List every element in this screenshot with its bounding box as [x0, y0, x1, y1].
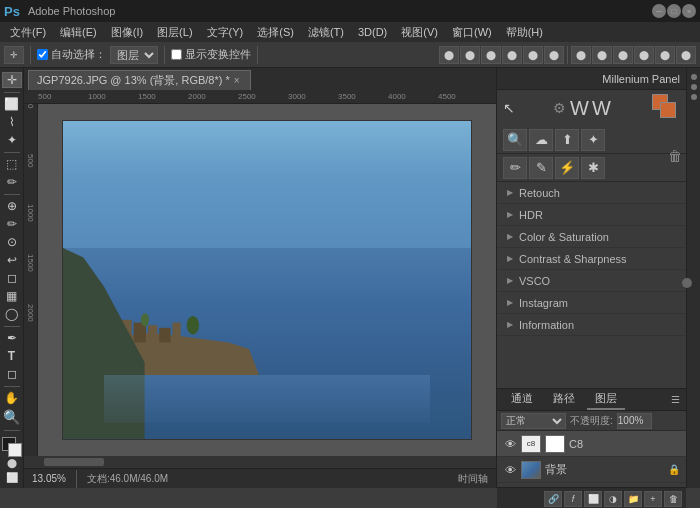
dodge-tool[interactable]: ◯: [2, 306, 22, 322]
marquee-tool[interactable]: ⬜: [2, 96, 22, 112]
layer-eye-c8[interactable]: 👁: [503, 438, 517, 450]
distribute-icon4[interactable]: ⬤: [634, 46, 654, 64]
layers-tab-channel[interactable]: 通道: [503, 389, 541, 410]
panel-edit-tool[interactable]: ✎: [529, 157, 553, 179]
opacity-input[interactable]: [617, 413, 652, 429]
doc-tab-close[interactable]: ×: [234, 75, 240, 86]
heal-tool[interactable]: ⊕: [2, 198, 22, 214]
align-top-icon[interactable]: ⬤: [502, 46, 522, 64]
maximize-button[interactable]: □: [667, 4, 681, 18]
crop-tool[interactable]: ⬚: [2, 156, 22, 172]
menu-item-retouch[interactable]: ▶ Retouch: [497, 182, 686, 204]
menu-help[interactable]: 帮助(H): [500, 23, 549, 42]
auto-select-checkbox[interactable]: [37, 49, 48, 60]
distribute-icon1[interactable]: ⬤: [571, 46, 591, 64]
menu-select[interactable]: 选择(S): [251, 23, 300, 42]
scrollbar-horizontal[interactable]: [24, 456, 496, 468]
close-button[interactable]: ×: [682, 4, 696, 18]
lasso-tool[interactable]: ⌇: [2, 114, 22, 130]
layers-mask-btn[interactable]: ⬜: [584, 491, 602, 507]
layers-link-btn[interactable]: 🔗: [544, 491, 562, 507]
panel-menu: ▶ Retouch ▶ HDR ▶ Color & Saturation ▶ C…: [497, 182, 686, 388]
background-color[interactable]: [8, 443, 22, 457]
gear-icon[interactable]: ⚙: [553, 100, 566, 116]
menu-3d[interactable]: 3D(D): [352, 24, 393, 40]
panel-collapse-dot[interactable]: [682, 278, 692, 288]
panel-auto-tool[interactable]: ⚡: [555, 157, 579, 179]
edge-dot-1[interactable]: [691, 74, 697, 80]
edge-dot-2[interactable]: [691, 84, 697, 90]
pen-tool[interactable]: ✒: [2, 330, 22, 346]
menu-layer[interactable]: 图层(L): [151, 23, 198, 42]
align-right-icon[interactable]: ⬤: [481, 46, 501, 64]
bg-color-swatch[interactable]: [660, 102, 676, 118]
blend-mode-select[interactable]: 正常: [501, 413, 566, 429]
brush-tool[interactable]: ✏: [2, 216, 22, 232]
panel-wand-tool[interactable]: ✦: [581, 129, 605, 151]
ruler-mark-3000: 3000: [288, 92, 338, 101]
align-bottom-icon[interactable]: ⬤: [544, 46, 564, 64]
ruler-v-0: 0: [26, 104, 35, 154]
show-transform-checkbox[interactable]: [171, 49, 182, 60]
title-bar: Ps Adobe Photoshop ─ □ ×: [0, 0, 700, 22]
distribute-icon2[interactable]: ⬤: [592, 46, 612, 64]
align-left-icon[interactable]: ⬤: [439, 46, 459, 64]
move-tool[interactable]: ✛: [2, 72, 22, 88]
menu-item-contrast-sharpness[interactable]: ▶ Contrast & Sharpness: [497, 248, 686, 270]
delete-icon[interactable]: 🗑: [668, 148, 682, 164]
edge-dot-3[interactable]: [691, 94, 697, 100]
menu-item-hdr[interactable]: ▶ HDR: [497, 204, 686, 226]
distribute-icon3[interactable]: ⬤: [613, 46, 633, 64]
panel-star-tool[interactable]: ✱: [581, 157, 605, 179]
cursor-icon[interactable]: ↖: [503, 100, 515, 116]
magic-wand-tool[interactable]: ✦: [2, 132, 22, 148]
eyedropper-tool[interactable]: ✏: [2, 174, 22, 190]
menu-text[interactable]: 文字(Y): [201, 23, 250, 42]
menu-item-instagram[interactable]: ▶ Instagram: [497, 292, 686, 314]
panel-brush-tool[interactable]: ✏: [503, 157, 527, 179]
layer-select[interactable]: 图层: [110, 46, 158, 64]
layers-folder-btn[interactable]: 📁: [624, 491, 642, 507]
shape-tool[interactable]: ◻: [2, 366, 22, 382]
layer-item-background[interactable]: 👁 背景 🔒: [497, 457, 686, 483]
distribute-icon6[interactable]: ⬤: [676, 46, 696, 64]
layers-tab-path[interactable]: 路径: [545, 389, 583, 410]
menu-view[interactable]: 视图(V): [395, 23, 444, 42]
layers-fx-btn[interactable]: f: [564, 491, 582, 507]
layer-item-c8[interactable]: 👁 c8 C8: [497, 431, 686, 457]
menu-item-information[interactable]: ▶ Information: [497, 314, 686, 336]
menu-item-color-saturation[interactable]: ▶ Color & Saturation: [497, 226, 686, 248]
hand-tool[interactable]: ✋: [2, 390, 22, 406]
layers-tab-layers[interactable]: 图层: [587, 389, 625, 410]
gradient-tool[interactable]: ▦: [2, 288, 22, 304]
quick-mask-tool[interactable]: ⬤: [2, 457, 22, 469]
layers-new-btn[interactable]: +: [644, 491, 662, 507]
canvas-view[interactable]: [38, 104, 496, 456]
document-tab[interactable]: JGP7926.JPG @ 13% (背景, RGB/8*) * ×: [28, 70, 251, 90]
panel-upload-tool[interactable]: ⬆: [555, 129, 579, 151]
layers-options-icon[interactable]: ☰: [671, 394, 680, 405]
panel-magnify-tool[interactable]: 🔍: [503, 129, 527, 151]
layers-adjust-btn[interactable]: ◑: [604, 491, 622, 507]
menu-window[interactable]: 窗口(W): [446, 23, 498, 42]
zoom-tool[interactable]: 🔍: [2, 408, 22, 426]
menu-item-vsco[interactable]: ▶ VSCO: [497, 270, 686, 292]
distribute-icon5[interactable]: ⬤: [655, 46, 675, 64]
menu-file[interactable]: 文件(F): [4, 23, 52, 42]
history-tool[interactable]: ↩: [2, 252, 22, 268]
clone-tool[interactable]: ⊙: [2, 234, 22, 250]
menu-edit[interactable]: 编辑(E): [54, 23, 103, 42]
align-center-icon[interactable]: ⬤: [460, 46, 480, 64]
layers-delete-btn[interactable]: 🗑: [664, 491, 682, 507]
layer-eye-bg[interactable]: 👁: [503, 464, 517, 476]
move-tool-icon[interactable]: ✛: [4, 46, 24, 64]
screen-mode-tool[interactable]: ⬜: [2, 471, 22, 484]
minimize-button[interactable]: ─: [652, 4, 666, 18]
panel-cloud-tool[interactable]: ☁: [529, 129, 553, 151]
text-tool[interactable]: T: [2, 348, 22, 364]
scrollbar-thumb-h[interactable]: [44, 458, 104, 466]
menu-filter[interactable]: 滤镜(T): [302, 23, 350, 42]
align-middle-icon[interactable]: ⬤: [523, 46, 543, 64]
eraser-tool[interactable]: ◻: [2, 270, 22, 286]
menu-image[interactable]: 图像(I): [105, 23, 149, 42]
